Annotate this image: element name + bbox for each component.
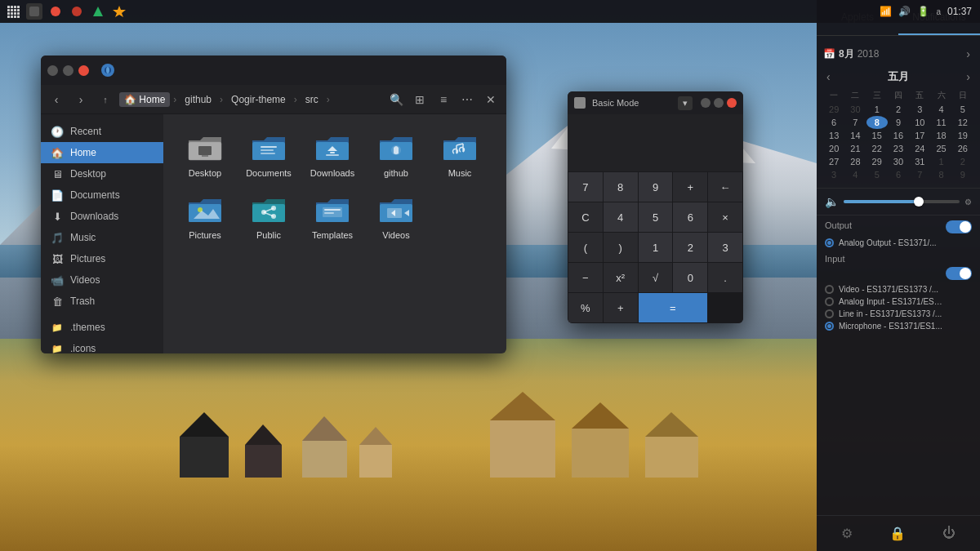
cal-day[interactable]: 27 <box>823 155 844 168</box>
folder-public[interactable]: Public <box>240 189 297 245</box>
fm-back-button[interactable]: ‹ <box>46 89 67 110</box>
taskbar-app-1[interactable] <box>26 3 42 20</box>
cal-day[interactable]: 30 <box>888 155 909 168</box>
sidebar-item-desktop[interactable]: 🖥 Desktop <box>41 163 163 184</box>
cal-day[interactable]: 7 <box>844 116 866 129</box>
sidebar-item-home[interactable]: 🏠 Home <box>41 142 163 163</box>
cal-day[interactable]: 25 <box>930 142 951 155</box>
calc-btn-4[interactable]: 4 <box>604 202 638 232</box>
cal-day[interactable]: 10 <box>909 116 930 129</box>
input-radio-1[interactable] <box>825 285 834 294</box>
output-device-option[interactable]: Analog Output - ES1371/... <box>825 238 972 247</box>
cal-day[interactable]: 29 <box>866 155 888 168</box>
folder-documents[interactable]: Documents <box>240 127 297 183</box>
input-toggle[interactable] <box>946 267 972 280</box>
input-radio-2[interactable] <box>825 297 834 306</box>
calc-btn-lparen[interactable]: ( <box>568 233 603 262</box>
cal-day[interactable]: 13 <box>823 129 844 142</box>
calc-btn-7[interactable]: 7 <box>568 172 603 202</box>
calc-btn-2[interactable]: 2 <box>673 233 707 262</box>
calc-btn-minus[interactable]: − <box>568 263 603 292</box>
cal-day[interactable]: 3 <box>823 168 844 181</box>
sidebar-item-themes[interactable]: 📁 .themes <box>41 317 163 338</box>
calc-btn-backspace[interactable]: ← <box>708 172 742 202</box>
tray-volume-icon[interactable]: 🔊 <box>898 6 911 17</box>
calc-mode-dropdown[interactable]: ▾ <box>678 96 693 110</box>
cal-day[interactable]: 22 <box>866 142 888 155</box>
calc-btn-multiply[interactable]: × <box>708 202 742 232</box>
cal-day[interactable]: 5 <box>866 168 888 181</box>
folder-videos[interactable]: Videos <box>368 189 425 245</box>
settings-icon[interactable]: ⚙ <box>838 522 856 544</box>
volume-settings-icon[interactable]: ⚙ <box>964 198 972 207</box>
folder-github[interactable]: github <box>368 127 425 183</box>
fm-close-button[interactable] <box>78 65 89 76</box>
cal-day[interactable]: 2 <box>952 155 973 168</box>
output-radio-selected[interactable] <box>825 238 834 247</box>
calc-btn-plus2[interactable]: + <box>604 293 638 322</box>
cal-day[interactable]: 8 <box>930 168 951 181</box>
folder-pictures[interactable]: Pictures <box>176 189 234 245</box>
calc-btn-1[interactable]: 1 <box>639 233 673 262</box>
fm-search-button[interactable]: 🔍 <box>385 89 407 110</box>
input-device-3[interactable]: Line in - ES1371/ES1373 /... <box>825 309 972 318</box>
calc-btn-6[interactable]: 6 <box>673 202 707 232</box>
cal-day[interactable]: 31 <box>909 155 930 168</box>
breadcrumb-home[interactable]: 🏠 Home <box>119 92 170 107</box>
cal-day[interactable]: 14 <box>844 129 866 142</box>
cal-nav-prev[interactable]: ‹ <box>823 69 834 85</box>
cal-day[interactable]: 5 <box>952 103 973 116</box>
cal-day[interactable]: 1 <box>930 155 951 168</box>
fm-up-button[interactable]: ↑ <box>95 89 116 110</box>
fm-forward-button[interactable]: › <box>70 89 91 110</box>
calc-close-btn[interactable] <box>727 98 737 108</box>
cal-day[interactable]: 15 <box>866 129 888 142</box>
folder-music[interactable]: Music <box>431 127 488 183</box>
sidebar-item-trash[interactable]: 🗑 Trash <box>41 291 163 312</box>
taskbar-app-3[interactable] <box>69 3 85 20</box>
calc-btn-9[interactable]: 9 <box>639 172 673 202</box>
power-icon[interactable]: ⏻ <box>939 522 959 544</box>
cal-day[interactable]: 9 <box>952 168 973 181</box>
calc-btn-dot[interactable]: . <box>708 263 742 292</box>
calc-btn-equals[interactable]: = <box>639 293 708 322</box>
cal-day[interactable]: 12 <box>952 116 973 129</box>
app-grid-icon[interactable] <box>5 3 21 20</box>
sidebar-item-icons[interactable]: 📁 .icons <box>41 338 163 353</box>
output-toggle[interactable] <box>946 220 972 233</box>
calc-btn-5[interactable]: 5 <box>639 202 673 232</box>
input-device-1[interactable]: Video - ES1371/ES1373 /... <box>825 285 972 294</box>
cal-day[interactable]: 3 <box>909 103 930 116</box>
calc-btn-percent[interactable]: % <box>568 293 603 322</box>
calc-btn-0[interactable]: 0 <box>673 263 707 292</box>
sidebar-item-music[interactable]: 🎵 Music <box>41 227 163 248</box>
calc-btn-3[interactable]: 3 <box>708 233 742 262</box>
tray-network-icon[interactable]: 📶 <box>880 6 892 17</box>
sidebar-item-videos[interactable]: 📹 Videos <box>41 269 163 291</box>
cal-day[interactable]: 16 <box>888 129 909 142</box>
cal-day[interactable]: 26 <box>952 142 973 155</box>
cal-day[interactable]: 29 <box>823 103 844 116</box>
cal-day[interactable]: 23 <box>888 142 909 155</box>
cal-day[interactable]: 19 <box>952 129 973 142</box>
cal-day[interactable]: 9 <box>888 116 909 129</box>
fm-maximize-button[interactable] <box>63 65 74 76</box>
input-radio-3[interactable] <box>825 309 834 318</box>
cal-day[interactable]: 4 <box>930 103 951 116</box>
lock-icon[interactable]: 🔒 <box>886 522 909 544</box>
sidebar-item-recent[interactable]: 🕐 Recent <box>41 121 163 142</box>
cal-day[interactable]: 24 <box>909 142 930 155</box>
fm-close-x-button[interactable]: ✕ <box>480 89 501 110</box>
sidebar-item-pictures[interactable]: 🖼 Pictures <box>41 248 163 269</box>
calc-btn-square[interactable]: x² <box>604 263 638 292</box>
calc-btn-8[interactable]: 8 <box>604 172 638 202</box>
fm-grid-view-button[interactable]: ⊞ <box>409 89 430 110</box>
cal-day[interactable]: 7 <box>909 168 930 181</box>
cal-day[interactable]: 18 <box>930 129 951 142</box>
cal-day[interactable]: 1 <box>866 103 888 116</box>
cal-nav-right[interactable]: › <box>963 46 973 62</box>
calc-btn-plus[interactable]: + <box>673 172 707 202</box>
cal-day[interactable]: 11 <box>930 116 951 129</box>
sidebar-item-documents[interactable]: 📄 Documents <box>41 184 163 206</box>
taskbar-app-5[interactable] <box>111 3 127 20</box>
